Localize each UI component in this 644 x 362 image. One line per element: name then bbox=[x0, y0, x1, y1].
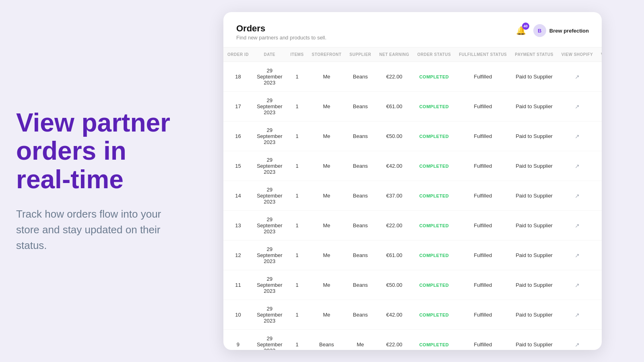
cell-order-id: 17 bbox=[223, 92, 253, 121]
cell-view-proposal[interactable]: ↗︎ bbox=[597, 241, 602, 270]
cell-fulfillment-status: Fulfilled bbox=[455, 92, 511, 121]
cell-date: 29 September 2023 bbox=[253, 330, 287, 350]
cell-view-shopify[interactable]: ↗︎ bbox=[557, 270, 597, 300]
cell-items: 1 bbox=[287, 181, 308, 211]
cell-order-id: 10 bbox=[223, 300, 253, 330]
col-order-status: ORDER STATUS bbox=[413, 47, 455, 62]
cell-payment-status: Paid to Supplier bbox=[511, 121, 557, 151]
cell-fulfillment-status: Fulfilled bbox=[455, 211, 511, 241]
sub-text: Track how orders flow into your store an… bbox=[16, 206, 177, 253]
cell-order-id: 14 bbox=[223, 181, 253, 211]
cell-order-id: 9 bbox=[223, 330, 253, 350]
header-right: 🔔 40 B Brew prefection bbox=[514, 23, 589, 38]
table-row: 16 29 September 2023 1 Me Beans €50.00 C… bbox=[223, 121, 602, 151]
cell-view-shopify[interactable]: ↗︎ bbox=[557, 62, 597, 92]
cell-view-shopify[interactable]: ↗︎ bbox=[557, 181, 597, 211]
cell-order-id: 15 bbox=[223, 151, 253, 181]
shopify-link-icon[interactable]: ↗︎ bbox=[575, 222, 580, 229]
shopify-link-icon[interactable]: ↗︎ bbox=[575, 193, 580, 199]
cell-view-shopify[interactable]: ↗︎ bbox=[557, 300, 597, 330]
user-info: B Brew prefection bbox=[533, 24, 589, 37]
cell-order-status: COMPLETED bbox=[413, 121, 455, 151]
cell-items: 1 bbox=[287, 241, 308, 270]
cell-supplier: Beans bbox=[345, 121, 375, 151]
cell-storefront: Beans bbox=[308, 330, 346, 350]
cell-view-shopify[interactable]: ↗︎ bbox=[557, 92, 597, 121]
col-fulfillment-status: FULFILLMENT STATUS bbox=[455, 47, 511, 62]
cell-net-earning: €50.00 bbox=[375, 121, 413, 151]
cell-order-id: 13 bbox=[223, 211, 253, 241]
cell-view-shopify[interactable]: ↗︎ bbox=[557, 241, 597, 270]
cell-items: 1 bbox=[287, 300, 308, 330]
page-title: Orders bbox=[236, 23, 326, 34]
user-name: Brew prefection bbox=[549, 28, 589, 34]
cell-fulfillment-status: Fulfilled bbox=[455, 181, 511, 211]
cell-net-earning: €22.00 bbox=[375, 62, 413, 92]
col-items: ITEMS bbox=[287, 47, 308, 62]
cell-view-shopify[interactable]: ↗︎ bbox=[557, 151, 597, 181]
cell-net-earning: €37.00 bbox=[375, 181, 413, 211]
cell-view-proposal[interactable]: ↗︎ bbox=[597, 330, 602, 350]
table-row: 14 29 September 2023 1 Me Beans €37.00 C… bbox=[223, 181, 602, 211]
col-storefront: STOREFRONT bbox=[308, 47, 346, 62]
table-head: ORDER ID DATE ITEMS STOREFRONT SUPPLIER … bbox=[223, 47, 602, 62]
main-heading: View partner orders in real-time bbox=[16, 109, 177, 193]
shopify-link-icon[interactable]: ↗︎ bbox=[575, 163, 580, 169]
cell-view-shopify[interactable]: ↗︎ bbox=[557, 330, 597, 350]
col-order-id: ORDER ID bbox=[223, 47, 253, 62]
cell-date: 29 September 2023 bbox=[253, 270, 287, 300]
cell-storefront: Me bbox=[308, 270, 346, 300]
cell-view-shopify[interactable]: ↗︎ bbox=[557, 211, 597, 241]
cell-storefront: Me bbox=[308, 92, 346, 121]
table-row: 18 29 September 2023 1 Me Beans €22.00 C… bbox=[223, 62, 602, 92]
cell-net-earning: €22.00 bbox=[375, 211, 413, 241]
cell-order-status: COMPLETED bbox=[413, 241, 455, 270]
cell-payment-status: Paid to Supplier bbox=[511, 181, 557, 211]
cell-payment-status: Paid to Supplier bbox=[511, 151, 557, 181]
cell-supplier: Beans bbox=[345, 270, 375, 300]
cell-view-proposal[interactable]: ↗︎ bbox=[597, 181, 602, 211]
cell-view-proposal[interactable]: ↗︎ bbox=[597, 211, 602, 241]
shopify-link-icon[interactable]: ↗︎ bbox=[575, 252, 580, 259]
page-subtitle: Find new partners and products to sell. bbox=[236, 35, 326, 41]
cell-fulfillment-status: Fulfilled bbox=[455, 330, 511, 350]
cell-items: 1 bbox=[287, 121, 308, 151]
cell-items: 1 bbox=[287, 92, 308, 121]
notification-button[interactable]: 🔔 40 bbox=[514, 23, 528, 38]
col-payment-status: PAYMENT STATUS bbox=[511, 47, 557, 62]
cell-net-earning: €61.00 bbox=[375, 241, 413, 270]
shopify-link-icon[interactable]: ↗︎ bbox=[575, 312, 580, 318]
cell-net-earning: €22.00 bbox=[375, 330, 413, 350]
table-row: 15 29 September 2023 1 Me Beans €42.00 C… bbox=[223, 151, 602, 181]
table-wrapper: ORDER ID DATE ITEMS STOREFRONT SUPPLIER … bbox=[223, 47, 602, 350]
shopify-link-icon[interactable]: ↗︎ bbox=[575, 282, 580, 288]
shopify-link-icon[interactable]: ↗︎ bbox=[575, 74, 580, 80]
shopify-link-icon[interactable]: ↗︎ bbox=[575, 103, 580, 110]
cell-view-proposal[interactable]: ↗︎ bbox=[597, 62, 602, 92]
shopify-link-icon[interactable]: ↗︎ bbox=[575, 133, 580, 140]
notification-badge: 40 bbox=[522, 23, 529, 30]
cell-items: 1 bbox=[287, 151, 308, 181]
avatar: B bbox=[533, 24, 546, 37]
cell-net-earning: €42.00 bbox=[375, 151, 413, 181]
table-body: 18 29 September 2023 1 Me Beans €22.00 C… bbox=[223, 62, 602, 350]
cell-view-shopify[interactable]: ↗︎ bbox=[557, 121, 597, 151]
cell-view-proposal[interactable]: ↗︎ bbox=[597, 151, 602, 181]
card-header: Orders Find new partners and products to… bbox=[223, 12, 602, 47]
cell-supplier: Beans bbox=[345, 92, 375, 121]
cell-net-earning: €61.00 bbox=[375, 92, 413, 121]
cell-order-status: COMPLETED bbox=[413, 300, 455, 330]
cell-view-proposal[interactable]: ↗︎ bbox=[597, 270, 602, 300]
cell-date: 29 September 2023 bbox=[253, 181, 287, 211]
cell-date: 29 September 2023 bbox=[253, 121, 287, 151]
cell-order-id: 11 bbox=[223, 270, 253, 300]
cell-date: 29 September 2023 bbox=[253, 300, 287, 330]
cell-view-proposal[interactable]: ↗︎ bbox=[597, 121, 602, 151]
orders-card: Orders Find new partners and products to… bbox=[223, 12, 602, 350]
cell-supplier: Beans bbox=[345, 151, 375, 181]
cell-supplier: Me bbox=[345, 330, 375, 350]
cell-view-proposal[interactable]: ↗︎ bbox=[597, 300, 602, 330]
cell-view-proposal[interactable]: ↗︎ bbox=[597, 92, 602, 121]
shopify-link-icon[interactable]: ↗︎ bbox=[575, 341, 580, 348]
cell-supplier: Beans bbox=[345, 181, 375, 211]
